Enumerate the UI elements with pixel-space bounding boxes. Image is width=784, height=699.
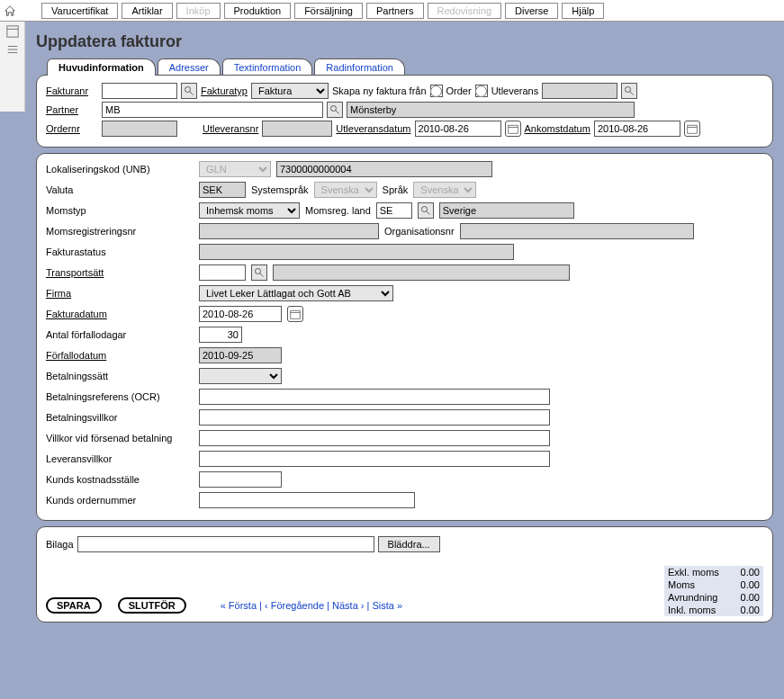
- nav-produktion[interactable]: Produktion: [224, 3, 292, 19]
- home-icon[interactable]: [4, 4, 16, 17]
- momstyp-label: Momstyp: [46, 205, 194, 216]
- tab-adresser[interactable]: Adresser: [158, 58, 221, 76]
- valuta-input: [199, 182, 246, 198]
- nav-hjalp[interactable]: Hjälp: [562, 3, 604, 19]
- ordernr-label: Ordernr: [46, 123, 98, 134]
- nav-forsaljning[interactable]: Försäljning: [294, 3, 363, 19]
- fakturastatus-input: [199, 244, 514, 260]
- firma-label: Firma: [46, 288, 194, 299]
- fakturatyp-label: Fakturatyp: [201, 85, 248, 96]
- svg-rect-13: [688, 125, 698, 133]
- momsreg-name-display: [439, 202, 574, 219]
- ocr-label: Betalningsreferens (OCR): [46, 391, 194, 402]
- sprak-select: Svenska: [413, 182, 476, 198]
- partner-search-icon[interactable]: [327, 102, 343, 118]
- forsenad-label: Villkor vid försenad betalning: [46, 433, 194, 444]
- order-label: Order: [446, 85, 472, 96]
- partner-code-input[interactable]: [102, 102, 323, 118]
- utleveransnr-label: Utleveransnr: [203, 123, 258, 134]
- left-rail: [0, 22, 25, 112]
- antal-label: Antal förfallodagar: [46, 329, 194, 340]
- orgnr-label: Organisationsnr: [384, 226, 455, 237]
- kostnad-input[interactable]: [199, 471, 282, 488]
- forsenad-input[interactable]: [199, 430, 550, 446]
- order-radio[interactable]: [430, 85, 442, 97]
- fakturanr-search-icon[interactable]: [181, 83, 197, 99]
- partner-label: Partner: [46, 104, 98, 115]
- fakturanr-input[interactable]: [102, 83, 177, 99]
- valuta-label: Valuta: [46, 184, 194, 195]
- totals-exkl: Exkl. moms0.00: [664, 566, 763, 578]
- tab-radinformation[interactable]: Radinformation: [314, 58, 405, 76]
- tab-huvudinformation[interactable]: Huvudinformation: [47, 58, 156, 76]
- svg-rect-19: [291, 310, 301, 318]
- ankomstdatum-label: Ankomstdatum: [525, 123, 590, 134]
- betalvillkor-input[interactable]: [199, 409, 550, 426]
- transport-code-input[interactable]: [199, 264, 246, 281]
- momsreg-search-icon[interactable]: [418, 202, 434, 219]
- levvillkor-label: Leveransvillkor: [46, 453, 194, 464]
- fakturastatus-label: Fakturastatus: [46, 246, 194, 257]
- forfallo-input: [199, 347, 282, 363]
- nav-partners[interactable]: Partners: [366, 3, 424, 19]
- totals-avrundning: Avrundning0.00: [664, 591, 763, 604]
- totals: Exkl. moms0.00 Moms0.00 Avrundning0.00 I…: [664, 566, 763, 616]
- svg-point-9: [331, 106, 337, 112]
- svg-point-5: [185, 87, 191, 93]
- tab-textinformation[interactable]: Textinformation: [222, 58, 313, 76]
- ordernum-input[interactable]: [199, 492, 415, 508]
- pager-next[interactable]: Nästa ›: [332, 600, 364, 611]
- betalvillkor-label: Betalningsvillkor: [46, 412, 194, 423]
- slutfor-button[interactable]: SLUTFÖR: [118, 597, 186, 614]
- momsregnr-label: Momsregistreringsnr: [46, 226, 194, 237]
- pager: « Första | ‹ Föregående | Nästa › | Sist…: [221, 600, 402, 611]
- pager-last[interactable]: Sista »: [372, 600, 402, 611]
- momsreg-code-input[interactable]: [376, 202, 412, 219]
- ankomstdatum-input[interactable]: [594, 121, 680, 137]
- browse-button[interactable]: Bläddra...: [378, 536, 440, 552]
- fakturadatum-input[interactable]: [199, 306, 282, 322]
- skapa-search-icon[interactable]: [621, 83, 637, 99]
- nav-inkop: Inköp: [176, 3, 221, 19]
- svg-point-15: [421, 207, 427, 212]
- momsreg-label: Momsreg. land: [305, 205, 371, 216]
- utleverans-radio[interactable]: [475, 85, 487, 97]
- transport-name-display: [273, 264, 570, 281]
- fakturadatum-label: Fakturadatum: [46, 309, 194, 319]
- systemsprak-select: Svenska: [314, 182, 377, 198]
- ocr-input[interactable]: [199, 389, 550, 405]
- levvillkor-input[interactable]: [199, 451, 550, 467]
- panel-header: Fakturanr Fakturatyp Faktura Skapa ny fa…: [36, 75, 773, 148]
- systemsprak-label: Systemspråk: [251, 184, 309, 195]
- ordernr-input: [102, 121, 177, 137]
- svg-point-17: [256, 269, 261, 274]
- fakturatyp-select[interactable]: Faktura: [251, 83, 329, 99]
- utleveransdatum-label: Utleveransdatum: [336, 123, 410, 134]
- pager-first[interactable]: « Första: [221, 600, 257, 611]
- betalsatt-select[interactable]: [199, 368, 282, 384]
- utleveransdatum-input[interactable]: [415, 121, 501, 137]
- utleveransdatum-calendar-icon[interactable]: [505, 121, 521, 137]
- window-icon[interactable]: [6, 25, 19, 38]
- antal-input[interactable]: [199, 327, 242, 343]
- skapa-ref-input: [542, 83, 617, 99]
- nav-artiklar[interactable]: Artiklar: [122, 3, 172, 19]
- spara-button[interactable]: SPARA: [46, 597, 102, 614]
- list-icon[interactable]: [6, 43, 19, 56]
- transport-search-icon[interactable]: [251, 264, 267, 281]
- momsregnr-input: [199, 223, 379, 239]
- svg-line-16: [427, 211, 430, 215]
- firma-select[interactable]: Livet Leker Lättlagat och Gott AB: [199, 285, 393, 301]
- bilaga-input[interactable]: [77, 536, 374, 552]
- momstyp-select[interactable]: Inhemsk moms: [199, 202, 300, 219]
- pager-prev[interactable]: ‹ Föregående: [265, 600, 324, 611]
- bilaga-label: Bilaga: [46, 539, 74, 550]
- fakturadatum-calendar-icon[interactable]: [287, 306, 303, 322]
- nav-varucertifikat[interactable]: Varucertifikat: [41, 3, 118, 19]
- nav-diverse[interactable]: Diverse: [505, 3, 558, 19]
- svg-line-8: [630, 92, 634, 95]
- svg-line-18: [260, 273, 264, 277]
- utleveransnr-input: [262, 121, 332, 137]
- partner-name-display: [347, 102, 635, 118]
- ankomstdatum-calendar-icon[interactable]: [684, 121, 700, 137]
